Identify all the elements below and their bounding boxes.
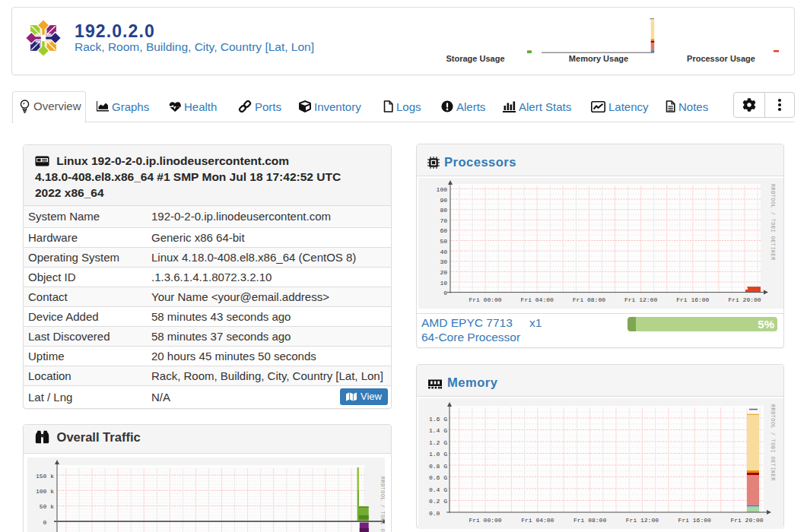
- svg-text:Fri 12:00: Fri 12:00: [626, 517, 659, 524]
- svg-text:0: 0: [443, 290, 447, 296]
- svg-text:70: 70: [440, 217, 447, 224]
- svg-text:80: 80: [440, 207, 447, 214]
- svg-text:RRDTOOL / TOBI OETIKER: RRDTOOL / TOBI OETIKER: [770, 184, 776, 261]
- svg-text:100: 100: [437, 186, 448, 193]
- svg-text:1.6 G: 1.6 G: [429, 416, 447, 423]
- svg-text:10: 10: [440, 280, 447, 287]
- svg-text:0.6 G: 0.6 G: [429, 474, 447, 481]
- svg-text:Fri 00:00: Fri 00:00: [469, 517, 501, 524]
- svg-text:1.2 G: 1.2 G: [429, 439, 447, 446]
- svg-text:Fri 04:00: Fri 04:00: [521, 296, 554, 303]
- svg-text:40: 40: [440, 249, 447, 255]
- svg-text:RRDTOOL / TOBI OETIKER: RRDTOOL / TOBI OETIKER: [380, 477, 385, 532]
- svg-text:Fri 08:00: Fri 08:00: [573, 296, 605, 303]
- svg-text:30: 30: [440, 258, 447, 265]
- svg-text:20: 20: [440, 269, 447, 276]
- svg-text:RRDTOOL / TOBI OETIKER: RRDTOOL / TOBI OETIKER: [770, 404, 776, 481]
- svg-text:50: 50: [440, 238, 447, 245]
- svg-text:100 k: 100 k: [36, 488, 54, 495]
- svg-text:Fri 00:00: Fri 00:00: [469, 296, 501, 303]
- svg-text:150 k: 150 k: [36, 473, 54, 480]
- svg-text:Fri 20:00: Fri 20:00: [728, 296, 761, 303]
- svg-text:Fri 12:00: Fri 12:00: [624, 296, 657, 303]
- svg-text:Fri 08:00: Fri 08:00: [573, 517, 606, 524]
- svg-text:50 k: 50 k: [40, 503, 54, 510]
- svg-text:60: 60: [440, 227, 447, 234]
- svg-text:0.0: 0.0: [429, 510, 440, 517]
- svg-text:Fri 16:00: Fri 16:00: [678, 517, 711, 524]
- svg-text:Fri 20:00: Fri 20:00: [730, 517, 763, 524]
- svg-text:Fri 16:00: Fri 16:00: [676, 296, 709, 303]
- svg-text:0.2 G: 0.2 G: [429, 498, 447, 505]
- svg-text:1.4 G: 1.4 G: [429, 427, 447, 434]
- svg-text:0.8 G: 0.8 G: [429, 463, 447, 470]
- svg-text:Fri 04:00: Fri 04:00: [521, 517, 554, 524]
- svg-text:1.0 G: 1.0 G: [429, 451, 447, 458]
- svg-text:0.4 G: 0.4 G: [429, 486, 447, 493]
- svg-text:90: 90: [440, 197, 447, 204]
- svg-text:0: 0: [43, 519, 47, 526]
